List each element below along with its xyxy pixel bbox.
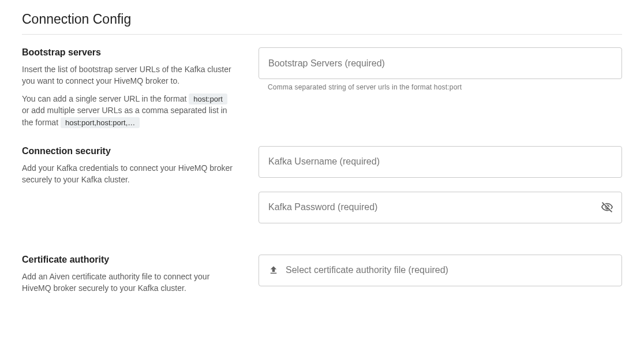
bootstrap-info: Bootstrap servers Insert the list of boo… <box>22 47 259 129</box>
select-certificate-file-label: Select certificate authority file (requi… <box>286 265 448 275</box>
bootstrap-desc-1: Insert the list of bootstrap server URLs… <box>22 63 235 87</box>
bootstrap-servers-input[interactable] <box>259 47 622 79</box>
cert-info: Certificate authority Add an Aiven certi… <box>22 255 259 294</box>
code-host-port-multi: host:port,host:port,… <box>61 117 140 128</box>
cert-controls: Select certificate authority file (requi… <box>259 255 622 294</box>
security-controls <box>259 146 622 237</box>
section-bootstrap-servers: Bootstrap servers Insert the list of boo… <box>22 47 622 129</box>
kafka-password-input[interactable] <box>259 192 622 223</box>
bootstrap-heading: Bootstrap servers <box>22 47 235 58</box>
kafka-username-input[interactable] <box>259 146 622 178</box>
bootstrap-servers-hint: Comma separated string of server urls in… <box>268 83 622 91</box>
bootstrap-controls: Comma separated string of server urls in… <box>259 47 622 129</box>
visibility-off-icon[interactable] <box>600 200 614 214</box>
section-certificate-authority: Certificate authority Add an Aiven certi… <box>22 255 622 294</box>
page-title: Connection Config <box>22 12 622 35</box>
upload-icon <box>268 265 279 275</box>
section-connection-security: Connection security Add your Kafka crede… <box>22 146 622 237</box>
security-info: Connection security Add your Kafka crede… <box>22 146 259 237</box>
bootstrap-desc-2: You can add a single server URL in the f… <box>22 93 235 129</box>
security-heading: Connection security <box>22 146 235 156</box>
cert-heading: Certificate authority <box>22 255 235 265</box>
bootstrap-desc-2a: You can add a single server URL in the f… <box>22 94 189 103</box>
security-desc: Add your Kafka credentials to connect yo… <box>22 162 235 186</box>
cert-desc: Add an Aiven certificate authority file … <box>22 271 235 294</box>
select-certificate-file-button[interactable]: Select certificate authority file (requi… <box>259 255 622 286</box>
code-host-port: host:port <box>189 94 227 104</box>
